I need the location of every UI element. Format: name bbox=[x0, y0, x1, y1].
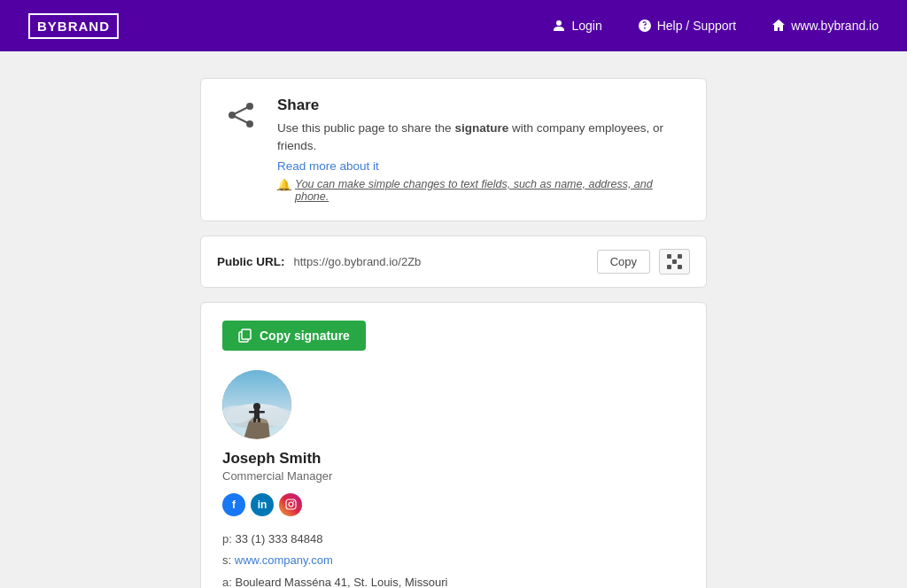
sig-details: p: 33 (1) 333 84848 s: www.company.com a… bbox=[222, 529, 685, 589]
copy-signature-button[interactable]: Copy signature bbox=[222, 321, 366, 351]
url-label: Public URL: bbox=[217, 255, 285, 268]
avatar-image bbox=[222, 370, 291, 439]
share-description: Use this public page to share the signat… bbox=[277, 120, 685, 156]
main-content: Share Use this public page to share the … bbox=[0, 51, 907, 588]
svg-line-4 bbox=[232, 115, 250, 124]
linkedin-social-button[interactable]: in bbox=[251, 493, 274, 516]
facebook-social-button[interactable]: f bbox=[222, 493, 245, 516]
share-note: 🔔 You can make simple changes to text fi… bbox=[277, 178, 685, 203]
signature-card: Copy signature bbox=[200, 302, 707, 589]
share-content: Share Use this public page to share the … bbox=[277, 97, 685, 203]
signature-preview: Joseph Smith Commercial Manager f in p: … bbox=[222, 370, 685, 589]
sig-name: Joseph Smith bbox=[222, 450, 685, 468]
svg-point-21 bbox=[289, 502, 293, 507]
website-label: www.bybrand.io bbox=[791, 19, 879, 33]
avatar bbox=[222, 370, 291, 439]
login-link[interactable]: Login bbox=[552, 19, 601, 33]
svg-rect-20 bbox=[286, 499, 296, 509]
sig-job-title: Commercial Manager bbox=[222, 469, 685, 483]
url-qr-button[interactable] bbox=[659, 249, 690, 275]
help-link[interactable]: Help / Support bbox=[638, 19, 737, 33]
svg-rect-14 bbox=[254, 409, 260, 419]
svg-rect-6 bbox=[242, 329, 251, 339]
url-card: Public URL: https://go.bybrand.io/2Zb Co… bbox=[200, 236, 707, 288]
url-value: https://go.bybrand.io/2Zb bbox=[294, 255, 588, 268]
sig-site-row: s: www.company.com bbox=[222, 550, 685, 572]
instagram-social-button[interactable] bbox=[279, 493, 302, 516]
svg-rect-17 bbox=[259, 411, 265, 414]
nav-links: Login Help / Support www.bybrand.io bbox=[552, 19, 879, 33]
share-card: Share Use this public page to share the … bbox=[200, 78, 707, 221]
share-icon-wrap bbox=[222, 97, 260, 134]
instagram-icon bbox=[285, 499, 297, 510]
brand-logo: BYBRAND bbox=[28, 13, 119, 39]
url-copy-button[interactable]: Copy bbox=[597, 250, 650, 274]
question-icon bbox=[638, 19, 652, 33]
home-icon bbox=[771, 19, 786, 33]
share-title: Share bbox=[277, 97, 685, 114]
qr-icon bbox=[667, 254, 682, 269]
sig-socials: f in bbox=[222, 493, 685, 516]
login-label: Login bbox=[571, 19, 601, 33]
svg-point-22 bbox=[292, 501, 294, 503]
svg-rect-19 bbox=[258, 418, 260, 422]
bell-icon: 🔔 bbox=[277, 178, 291, 191]
sig-website-link[interactable]: www.company.com bbox=[235, 553, 333, 567]
svg-rect-18 bbox=[253, 418, 256, 422]
sig-address-row: a: Bouleard Masséna 41, St. Louis, Misso… bbox=[222, 572, 685, 588]
svg-line-3 bbox=[232, 106, 250, 115]
website-link[interactable]: www.bybrand.io bbox=[771, 19, 879, 33]
sig-phone-row: p: 33 (1) 333 84848 bbox=[222, 529, 685, 551]
svg-rect-16 bbox=[249, 411, 255, 414]
help-label: Help / Support bbox=[657, 19, 737, 33]
top-nav: BYBRAND Login Help / Support www.bybrand… bbox=[0, 0, 907, 51]
read-more-link[interactable]: Read more about it bbox=[277, 159, 685, 173]
svg-point-15 bbox=[253, 403, 260, 410]
share-icon bbox=[225, 99, 257, 131]
copy-icon bbox=[238, 329, 252, 343]
user-icon bbox=[552, 19, 566, 33]
